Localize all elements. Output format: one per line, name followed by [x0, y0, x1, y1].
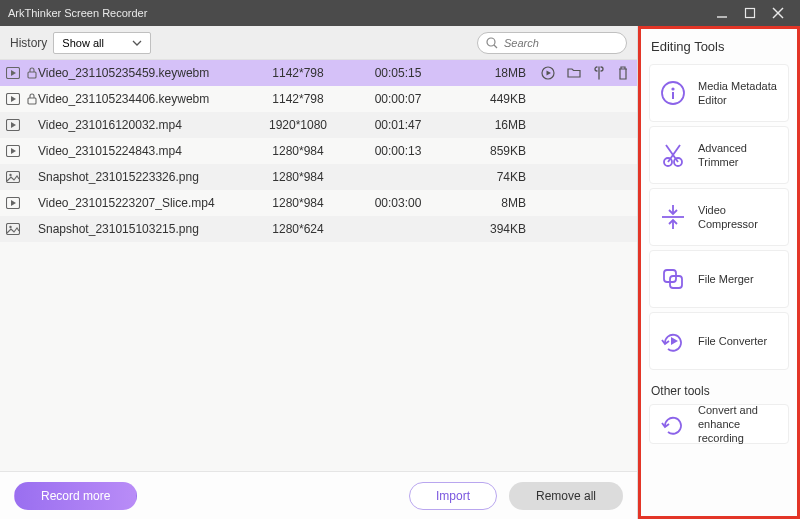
row-actions [538, 66, 629, 80]
tool-label: File Converter [698, 334, 767, 348]
main-panel: History Show all Video_231105235459.keyw… [0, 26, 638, 519]
svg-marker-17 [11, 148, 16, 154]
file-duration: 00:01:47 [348, 118, 448, 132]
import-button[interactable]: Import [409, 482, 497, 510]
recording-list: Video_231105235459.keywebm1142*79800:05:… [0, 60, 637, 471]
file-size: 16MB [448, 118, 538, 132]
titlebar: ArkThinker Screen Recorder [0, 0, 800, 26]
file-name: Video_231105234406.keywebm [38, 92, 248, 106]
file-duration: 00:00:07 [348, 92, 448, 106]
file-name: Video_231015224843.mp4 [38, 144, 248, 158]
file-size: 8MB [448, 196, 538, 210]
file-size: 394KB [448, 222, 538, 236]
tools-icon[interactable] [593, 66, 605, 80]
video-compressor-icon [658, 202, 688, 232]
file-name: Video_231105235459.keywebm [38, 66, 248, 80]
file-duration: 00:00:13 [348, 144, 448, 158]
tool-label: Advanced Trimmer [698, 141, 780, 170]
other-tools-title: Other tools [641, 374, 797, 400]
svg-marker-12 [11, 96, 16, 102]
file-dimensions: 1142*798 [248, 92, 348, 106]
svg-marker-10 [547, 71, 552, 76]
file-dimensions: 1142*798 [248, 66, 348, 80]
svg-rect-8 [28, 72, 36, 78]
video-icon [0, 119, 26, 131]
file-dimensions: 1280*984 [248, 196, 348, 210]
search-icon [486, 37, 498, 49]
show-filter-value: Show all [62, 37, 104, 49]
svg-marker-21 [11, 200, 16, 206]
file-size: 859KB [448, 144, 538, 158]
file-size: 74KB [448, 170, 538, 184]
bottom-bar: Record more Import Remove all [0, 471, 637, 519]
file-dimensions: 1280*624 [248, 222, 348, 236]
maximize-button[interactable] [736, 0, 764, 26]
minimize-button[interactable] [708, 0, 736, 26]
search-input[interactable] [504, 37, 618, 49]
image-icon [0, 171, 26, 183]
file-size: 449KB [448, 92, 538, 106]
video-icon [0, 197, 26, 209]
video-icon [0, 67, 26, 79]
image-icon [0, 223, 26, 235]
media-metadata-editor-icon [658, 78, 688, 108]
file-name: Snapshot_231015103215.png [38, 222, 248, 236]
table-row[interactable]: Video_231105235459.keywebm1142*79800:05:… [0, 60, 637, 86]
close-button[interactable] [764, 0, 792, 26]
editing-tools-title: Editing Tools [641, 29, 797, 60]
file-size: 18MB [448, 66, 538, 80]
history-label: History [10, 36, 47, 50]
svg-point-23 [9, 226, 11, 228]
tool-label: Media Metadata Editor [698, 79, 780, 108]
file-duration: 00:05:15 [348, 66, 448, 80]
search-box[interactable] [477, 32, 627, 54]
svg-rect-13 [28, 98, 36, 104]
tool-file-converter[interactable]: File Converter [649, 312, 789, 370]
tool-label: Video Compressor [698, 203, 780, 232]
folder-icon[interactable] [567, 66, 581, 80]
tool-video-compressor[interactable]: Video Compressor [649, 188, 789, 246]
svg-point-19 [9, 174, 11, 176]
file-name: Video_231015223207_Slice.mp4 [38, 196, 248, 210]
advanced-trimmer-icon [658, 140, 688, 170]
tool-label: Convert and enhance recording [698, 403, 780, 446]
svg-point-4 [487, 38, 495, 46]
file-dimensions: 1920*1080 [248, 118, 348, 132]
lock-icon [26, 93, 38, 105]
svg-line-5 [494, 45, 497, 48]
file-name: Video_231016120032.mp4 [38, 118, 248, 132]
tool-advanced-trimmer[interactable]: Advanced Trimmer [649, 126, 789, 184]
remove-all-button[interactable]: Remove all [509, 482, 623, 510]
record-more-button[interactable]: Record more [14, 482, 137, 510]
video-icon [0, 145, 26, 157]
svg-rect-26 [672, 92, 674, 99]
file-converter-icon [658, 326, 688, 356]
table-row[interactable]: Video_231015224843.mp41280*98400:00:1385… [0, 138, 637, 164]
table-row[interactable]: Video_231015223207_Slice.mp41280*98400:0… [0, 190, 637, 216]
tool-media-metadata-editor[interactable]: Media Metadata Editor [649, 64, 789, 122]
editing-tools-sidebar: Editing Tools Media Metadata EditorAdvan… [638, 26, 800, 519]
file-duration: 00:03:00 [348, 196, 448, 210]
table-row[interactable]: Video_231105234406.keywebm1142*79800:00:… [0, 86, 637, 112]
file-name: Snapshot_231015223326.png [38, 170, 248, 184]
table-row[interactable]: Video_231016120032.mp41920*108000:01:471… [0, 112, 637, 138]
show-filter-select[interactable]: Show all [53, 32, 151, 54]
file-dimensions: 1280*984 [248, 170, 348, 184]
tool-label: File Merger [698, 272, 754, 286]
tool-convert-enhance-recording[interactable]: Convert and enhance recording [649, 404, 789, 444]
svg-point-25 [671, 87, 674, 90]
play-icon[interactable] [541, 66, 555, 80]
lock-icon [26, 67, 38, 79]
trash-icon[interactable] [617, 66, 629, 80]
convert-enhance-recording-icon [658, 409, 688, 439]
filter-bar: History Show all [0, 26, 637, 60]
table-row[interactable]: Snapshot_231015223326.png1280*98474KB [0, 164, 637, 190]
table-row[interactable]: Snapshot_231015103215.png1280*624394KB [0, 216, 637, 242]
tool-file-merger[interactable]: File Merger [649, 250, 789, 308]
svg-marker-7 [11, 70, 16, 76]
app-title: ArkThinker Screen Recorder [8, 7, 147, 19]
svg-marker-15 [11, 122, 16, 128]
video-icon [0, 93, 26, 105]
chevron-down-icon [132, 40, 142, 46]
svg-rect-1 [746, 9, 755, 18]
